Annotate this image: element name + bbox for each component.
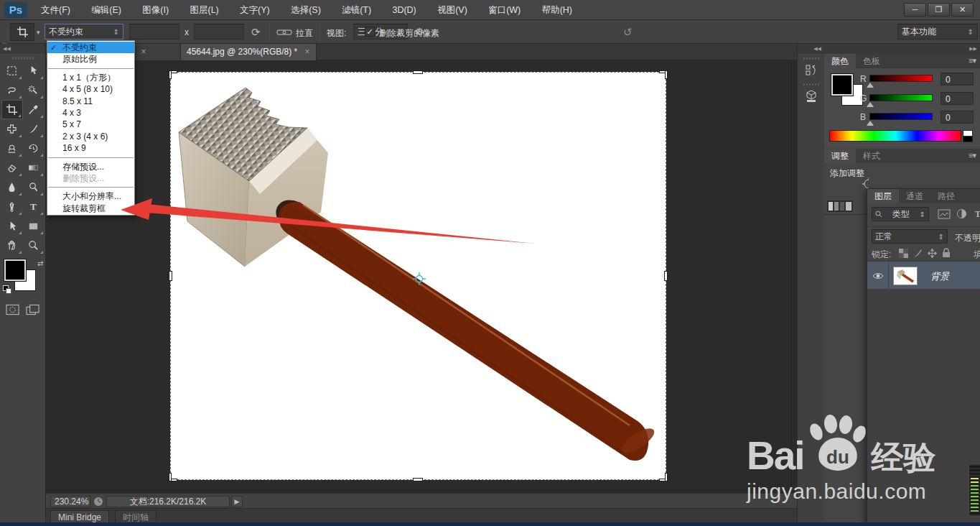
reset-tool-icon[interactable]: ↺ [623,26,633,39]
gradient-tool[interactable] [23,158,45,177]
aspect-preset-combo[interactable]: 不受约束 ⇕ [45,24,123,40]
menu-item-16x9[interactable]: 16 x 9 [47,142,134,154]
lock-position-icon[interactable] [928,249,937,258]
brush-tool[interactable] [23,119,45,139]
dodge-tool[interactable] [23,177,45,197]
status-menu-arrow[interactable]: ▶ [231,496,243,507]
layer-thumbnail[interactable] [893,267,918,285]
channel-g-thumb[interactable] [867,102,874,107]
menu-layer[interactable]: 图层(L) [180,0,228,20]
filter-adjustment-layers-icon[interactable] [956,208,967,219]
crop-handle-bottom-right[interactable] [665,473,668,481]
zoom-tool[interactable] [23,236,45,255]
menu-item-unconstrained[interactable]: ✓ 不受约束 [47,42,134,53]
menu-select[interactable]: 选择(S) [281,0,330,20]
menu-view[interactable]: 视图(V) [428,0,477,20]
windows-taskbar[interactable] [0,522,980,526]
delete-cropped-pixels-checkbox[interactable]: ✓ [365,27,375,37]
rectangular-marquee-tool[interactable] [1,61,23,80]
color-spectrum-ramp[interactable] [829,130,961,142]
spectrum-black-swatch[interactable] [963,136,973,142]
close-tab-icon[interactable]: × [305,47,310,57]
menu-help[interactable]: 帮助(H) [533,0,582,20]
lock-pixels-icon[interactable] [913,249,923,258]
crop-tool-selected[interactable] [1,100,23,119]
quick-mask-icon[interactable] [6,304,19,315]
minimize-button[interactable]: ─ [904,3,926,17]
tab-layers[interactable]: 图层 [867,189,899,203]
tab-adjustments[interactable]: 调整 [824,149,856,163]
menu-item-4x3[interactable]: 4 x 3 [47,107,134,119]
channel-r-thumb[interactable] [867,83,874,88]
menu-item-5x7[interactable]: 5 x 7 [47,119,134,130]
menu-item-original-ratio[interactable]: 原始比例 [47,53,134,65]
menu-window[interactable]: 窗口(W) [479,0,530,20]
layer-filter-combo[interactable]: 类型 ⇕ [872,207,929,221]
screen-mode-icon[interactable] [26,304,39,315]
tab-timeline[interactable]: 时间轴 [115,510,157,523]
foreground-color-swatch[interactable] [831,74,853,96]
move-tool[interactable] [23,61,45,80]
channel-b-thumb[interactable] [867,121,874,126]
rotate-crop-icon[interactable]: ⟳ [251,26,261,39]
layer-visibility-toggle[interactable] [867,262,889,290]
filter-pixel-layers-icon[interactable] [938,209,951,219]
crop-height-field[interactable] [194,24,244,40]
zoom-level-field[interactable]: 230.24% [50,496,90,507]
crop-handle-bottom[interactable] [413,478,423,481]
tab-swatches[interactable]: 色板 [856,54,887,68]
channel-r-slider[interactable] [869,75,933,82]
menu-file[interactable]: 文件(F) [32,0,80,20]
dimension-swap-label[interactable]: x [185,27,189,37]
magic-wand-tool[interactable] [23,80,45,100]
crop-handle-top[interactable] [413,70,423,74]
path-selection-tool[interactable] [1,216,23,236]
menu-item-8.5x11[interactable]: 8.5 x 11 [47,96,134,107]
crop-marquee[interactable] [170,72,666,480]
channel-b-slider[interactable] [869,113,933,120]
swap-colors-icon[interactable]: ⇄ [37,259,43,267]
eyedropper-tool[interactable] [23,100,45,119]
menu-edit[interactable]: 编辑(E) [82,0,131,20]
close-button[interactable]: ✕ [951,3,974,17]
tab-mini-bridge[interactable]: Mini Bridge [50,510,109,523]
strip-collapse[interactable]: ◀◀ [798,44,824,54]
menu-item-2x3[interactable]: 2 x 3 (4 x 6) [47,131,134,142]
blur-tool[interactable] [1,177,23,197]
tab-color[interactable]: 颜色 [824,54,856,68]
blend-mode-combo[interactable]: 正常 ⇕ [872,229,948,244]
crop-width-field[interactable] [129,24,179,40]
menu-item-1x1[interactable]: 1 x 1（方形） [47,72,134,83]
tab-paths[interactable]: 路径 [930,189,962,203]
document-info[interactable]: 文档:216.2K/216.2K [106,496,230,507]
menu-type[interactable]: 文字(Y) [230,0,279,20]
clone-stamp-tool[interactable] [1,139,23,158]
filter-type-layers-icon[interactable]: T [975,209,980,220]
panel-menu-icon[interactable]: ≡▾ [969,151,976,160]
type-tool[interactable]: T [23,197,45,216]
menu-3d[interactable]: 3D(D) [383,0,425,20]
history-panel-button[interactable] [802,61,821,80]
dock-collapse[interactable]: ▶▶ [824,44,980,54]
hand-tool[interactable] [1,236,23,255]
history-brush-tool[interactable] [23,139,45,158]
lock-all-icon[interactable] [942,248,951,258]
toolbar-grip[interactable] [12,57,34,60]
restore-button[interactable]: ❐ [928,3,950,17]
panel-menu-icon[interactable]: ≡▾ [969,56,976,65]
levels-adjustment-icon[interactable] [827,200,853,212]
layer-row-background[interactable]: 背景 [867,261,980,290]
crop-preset-caret-icon[interactable]: ▾ [37,29,40,36]
channel-b-value[interactable]: 0 [941,111,974,124]
tab-channels[interactable]: 通道 [899,189,930,203]
crop-tool-preset-button[interactable] [10,23,34,41]
straighten-icon[interactable] [276,28,292,37]
crop-handle-top-left[interactable] [169,70,172,79]
menu-filter[interactable]: 滤镜(T) [332,0,381,20]
menu-item-4x5[interactable]: 4 x 5 (8 x 10) [47,83,134,95]
canvas-area[interactable] [46,60,797,493]
crop-handle-bottom-left[interactable] [169,473,172,481]
toolbar-collapse[interactable]: ◀◀ [0,44,45,54]
crop-handle-top-right[interactable] [665,70,668,79]
spot-healing-brush-tool[interactable] [1,119,23,139]
